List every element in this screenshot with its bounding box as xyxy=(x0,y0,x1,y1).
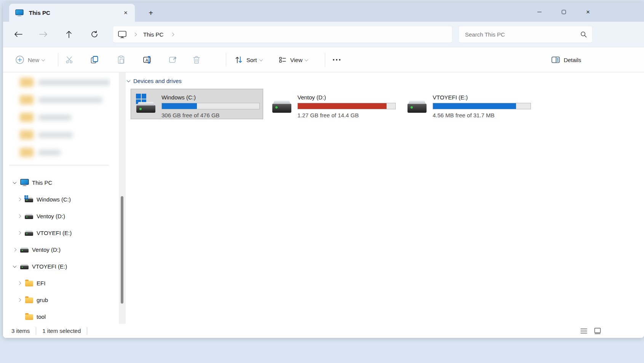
tree-item-vtoyefi-e[interactable]: VTOYEFI (E:) xyxy=(3,224,117,241)
cut-button[interactable] xyxy=(61,52,78,67)
capacity-bar xyxy=(433,103,531,109)
chevron-down-icon[interactable] xyxy=(127,78,131,82)
windows-drive-icon xyxy=(136,94,156,114)
sort-dropdown-chevron-icon xyxy=(259,58,263,61)
details-button[interactable]: Details xyxy=(547,52,588,67)
refresh-button[interactable] xyxy=(87,27,102,42)
command-toolbar: New A xyxy=(3,47,644,72)
new-tab-button[interactable]: + xyxy=(145,7,157,19)
chevron-down-icon[interactable] xyxy=(13,264,16,268)
capacity-bar xyxy=(297,103,396,109)
drive-tile-ventoy-d[interactable]: Ventoy (D:) 1.27 GB free of 14.4 GB xyxy=(267,89,399,119)
status-bar: 3 items 1 item selected xyxy=(3,324,644,338)
drive-icon xyxy=(20,247,29,253)
capacity-bar xyxy=(161,103,260,109)
tree-item-tool[interactable]: tool xyxy=(3,308,117,325)
drive-icon xyxy=(272,94,292,114)
rename-button[interactable]: A xyxy=(139,52,156,67)
maximize-icon xyxy=(562,10,566,14)
delete-icon xyxy=(192,55,201,64)
up-icon xyxy=(66,30,72,38)
drive-tile-vtoyefi-e[interactable]: VTOYEFI (E:) 4.56 MB free of 31.7 MB xyxy=(402,89,534,119)
items-view: Devices and drives Windows (C:) 306 GB f… xyxy=(126,72,644,324)
drive-icon xyxy=(407,94,427,114)
tree-item-efi[interactable]: EFI xyxy=(3,275,117,291)
back-button[interactable] xyxy=(11,27,26,42)
details-view-toggle-icon[interactable] xyxy=(580,328,588,334)
up-button[interactable] xyxy=(62,27,76,42)
address-bar[interactable]: This PC xyxy=(113,26,452,43)
tree-item-vtoyefi-e-root[interactable]: VTOYEFI (E:) xyxy=(3,258,117,275)
rename-icon: A xyxy=(143,55,153,64)
new-dropdown-chevron-icon xyxy=(42,58,45,61)
new-button-label: New xyxy=(28,57,39,63)
search-placeholder: Search This PC xyxy=(465,31,580,38)
share-button[interactable] xyxy=(165,52,181,67)
tree-item-grub[interactable]: grub xyxy=(3,291,117,308)
drive-name: Windows (C:) xyxy=(161,94,260,101)
tree-item-windows-c[interactable]: Windows (C:) xyxy=(3,191,117,208)
breadcrumb-chevron-icon xyxy=(133,33,137,37)
copy-button[interactable] xyxy=(86,52,103,67)
share-icon xyxy=(168,55,177,64)
tree-item-label: tool xyxy=(37,313,46,320)
tree-item-label: Ventoy (D:) xyxy=(32,246,61,253)
view-button[interactable]: View xyxy=(275,52,312,67)
chevron-right-icon[interactable] xyxy=(17,197,21,201)
back-icon xyxy=(14,31,22,37)
copy-icon xyxy=(90,55,99,64)
group-title: Devices and drives xyxy=(133,78,182,84)
drive-tile-windows-c[interactable]: Windows (C:) 306 GB free of 476 GB xyxy=(131,89,263,119)
folder-icon xyxy=(24,280,34,286)
new-plus-icon xyxy=(15,55,24,64)
selection-count: 1 item selected xyxy=(42,328,81,334)
sidebar-scrollbar[interactable] xyxy=(119,72,126,324)
forward-icon xyxy=(39,31,48,37)
chevron-right-icon[interactable] xyxy=(17,281,21,285)
details-pane-icon xyxy=(551,56,560,64)
maximize-button[interactable] xyxy=(551,2,576,22)
sort-button-label: Sort xyxy=(246,57,257,63)
capacity-bar-fill xyxy=(298,103,387,109)
folder-tree: This PC Windows (C:) Ventoy (D:) xyxy=(3,174,117,325)
cut-icon xyxy=(65,55,74,64)
devices-and-drives-header[interactable]: Devices and drives xyxy=(127,78,182,84)
monitor-icon xyxy=(20,179,29,186)
large-thumbnails-view-toggle-icon[interactable] xyxy=(594,328,601,334)
tree-item-label: Ventoy (D:) xyxy=(37,213,65,219)
drive-free-space: 4.56 MB free of 31.7 MB xyxy=(433,112,531,118)
tree-item-this-pc[interactable]: This PC xyxy=(3,174,117,191)
drive-free-space: 306 GB free of 476 GB xyxy=(161,112,260,118)
close-button[interactable]: × xyxy=(576,2,600,22)
tree-item-label: Windows (C:) xyxy=(37,196,71,203)
chevron-right-icon[interactable] xyxy=(17,214,21,218)
chevron-right-icon[interactable] xyxy=(17,298,21,302)
breadcrumb-chevron-icon[interactable] xyxy=(171,33,174,37)
file-explorer-window: This PC × + × xyxy=(3,2,644,338)
chevron-right-icon[interactable] xyxy=(13,248,16,251)
paste-button[interactable] xyxy=(113,52,129,67)
tree-item-ventoy-d[interactable]: Ventoy (D:) xyxy=(3,208,117,224)
view-button-label: View xyxy=(290,57,302,63)
tree-item-ventoy-d-root[interactable]: Ventoy (D:) xyxy=(3,241,117,258)
search-box[interactable]: Search This PC xyxy=(459,26,593,43)
tab-close-icon[interactable]: × xyxy=(120,8,131,18)
sort-button[interactable]: Sort xyxy=(231,52,266,67)
minimize-icon xyxy=(537,12,542,12)
minimize-button[interactable] xyxy=(527,2,551,22)
tree-item-label: VTOYEFI (E:) xyxy=(32,263,67,270)
breadcrumb-this-pc[interactable]: This PC xyxy=(141,31,166,38)
more-options-button[interactable] xyxy=(328,52,345,67)
drive-icon xyxy=(24,230,34,236)
sort-icon xyxy=(235,56,243,64)
new-button[interactable]: New xyxy=(11,52,48,67)
search-icon[interactable] xyxy=(580,31,587,38)
chevron-right-icon[interactable] xyxy=(17,231,21,235)
sidebar-scrollbar-thumb[interactable] xyxy=(121,196,123,304)
statusbar-divider xyxy=(36,327,36,335)
tab-this-pc[interactable]: This PC × xyxy=(9,4,135,22)
chevron-down-icon[interactable] xyxy=(13,180,16,184)
view-dropdown-chevron-icon xyxy=(305,58,308,61)
forward-button[interactable] xyxy=(36,27,51,42)
delete-button[interactable] xyxy=(188,52,205,67)
